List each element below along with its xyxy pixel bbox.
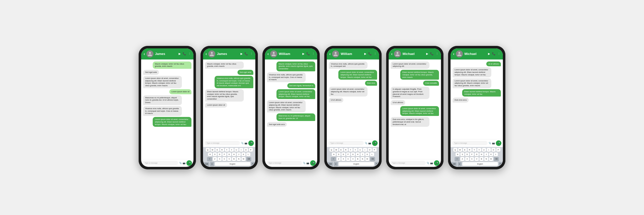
key-M[interactable]: M [365,157,369,161]
key-B[interactable]: B [356,157,360,161]
more-icon[interactable]: ⋮ [188,52,191,55]
key-F[interactable]: F [346,152,350,156]
key-S[interactable]: S [337,152,341,156]
phone-icon[interactable]: 📞 [245,52,248,55]
key-K[interactable]: K [242,152,246,156]
key-Z[interactable]: Z [460,157,464,161]
mic-button[interactable]: 🎤 [186,160,192,166]
key-Z[interactable]: Z [213,157,217,161]
more-icon[interactable]: ⋮ [312,52,315,55]
key-A[interactable]: A [208,152,212,156]
camera-icon[interactable]: 📷 [306,162,309,164]
message-input[interactable]: Type a message [328,141,364,145]
key-emoji[interactable]: ☺ [210,162,214,166]
key-J[interactable]: J [484,152,488,156]
key-A[interactable]: A [332,152,336,156]
key-N[interactable]: N [360,157,365,161]
key-M[interactable]: M [242,157,246,161]
message-input[interactable]: Type a message [452,141,488,145]
key-L[interactable]: L [370,152,374,156]
key-H[interactable]: H [479,152,484,156]
back-arrow-icon[interactable]: ‹ [267,52,269,56]
attach-icon[interactable]: 📎 [489,142,491,144]
key-Y[interactable]: Y [353,148,357,152]
key-P[interactable]: P [373,148,377,152]
key-K[interactable]: K [365,152,369,156]
back-arrow-icon[interactable]: ‹ [391,52,392,56]
back-arrow-icon[interactable]: ‹ [453,52,454,56]
key-L[interactable]: L [246,152,250,156]
key-emoji[interactable]: ☺ [334,162,338,166]
message-input[interactable]: Type a message [266,161,302,165]
key-O[interactable]: O [368,148,372,152]
video-icon[interactable]: ▶ [426,52,428,55]
back-arrow-icon[interactable]: ‹ [329,52,331,56]
key-123[interactable]: 123 [204,162,209,166]
mic-button[interactable]: 🎤 [372,140,378,146]
key-C[interactable]: C [346,157,350,161]
key-K[interactable]: K [489,152,493,156]
key-⇧[interactable]: ⇧ [207,157,212,161]
key-R[interactable]: R [344,148,348,152]
video-icon[interactable]: ▶ [240,52,243,55]
camera-icon[interactable]: 📷 [245,142,247,144]
more-icon[interactable]: ⋮ [498,52,500,55]
key-O[interactable]: O [244,148,248,152]
phone-icon[interactable]: 📞 [368,52,372,55]
key-J[interactable]: J [360,152,365,156]
key-O[interactable]: O [492,148,496,152]
key-D[interactable]: D [341,152,345,156]
phone-icon[interactable]: 📞 [306,52,310,55]
key-L[interactable]: L [494,152,498,156]
key-V[interactable]: V [475,157,479,161]
key-G[interactable]: G [351,152,355,156]
key-⇧[interactable]: ⇧ [331,157,336,161]
back-arrow-icon[interactable]: ‹ [206,52,207,56]
key-I[interactable]: I [363,148,367,152]
key-⌫[interactable]: ⌫ [246,157,251,161]
key-I[interactable]: I [239,148,243,152]
key-123[interactable]: 123 [328,162,333,166]
key-R[interactable]: R [468,148,472,152]
key-Q[interactable]: Q [206,148,210,152]
key-return[interactable]: ↵ [499,162,502,166]
key-U[interactable]: U [234,148,238,152]
key-X[interactable]: X [218,157,222,161]
message-input[interactable]: Type a message [390,161,426,165]
key-D[interactable]: D [465,152,469,156]
key-S[interactable]: S [460,152,464,156]
key-language[interactable]: English [215,162,250,166]
key-return[interactable]: ↵ [251,162,255,166]
camera-icon[interactable]: 📷 [183,162,185,164]
key-V[interactable]: V [227,157,231,161]
message-input[interactable]: Type a message [143,161,178,165]
phone-icon[interactable]: 📞 [183,52,186,55]
key-C[interactable]: C [222,157,226,161]
attach-icon[interactable]: 📎 [303,162,306,164]
key-Z[interactable]: Z [337,157,341,161]
key-⌫[interactable]: ⌫ [370,157,375,161]
key-U[interactable]: U [358,148,362,152]
key-Y[interactable]: Y [230,148,234,152]
key-⇧[interactable]: ⇧ [455,157,460,161]
key-V[interactable]: V [351,157,355,161]
camera-icon[interactable]: 📷 [430,162,433,164]
key-G[interactable]: G [227,152,231,156]
key-language[interactable]: English [462,162,498,166]
key-123[interactable]: 123 [451,162,457,166]
video-icon[interactable]: ▶ [364,52,366,55]
key-P[interactable]: P [249,148,253,152]
key-J[interactable]: J [237,152,241,156]
key-E[interactable]: E [339,148,343,152]
key-T[interactable]: T [472,148,476,152]
key-S[interactable]: S [213,152,217,156]
key-F[interactable]: F [222,152,226,156]
more-icon[interactable]: ⋮ [250,52,253,55]
key-C[interactable]: C [470,157,474,161]
back-arrow-icon[interactable]: ‹ [144,52,145,56]
video-icon[interactable]: ▶ [179,52,181,55]
video-icon[interactable]: ▶ [488,52,490,55]
mic-button[interactable]: 🎤 [248,140,254,146]
key-R[interactable]: R [220,148,224,152]
key-W[interactable]: W [211,148,215,152]
